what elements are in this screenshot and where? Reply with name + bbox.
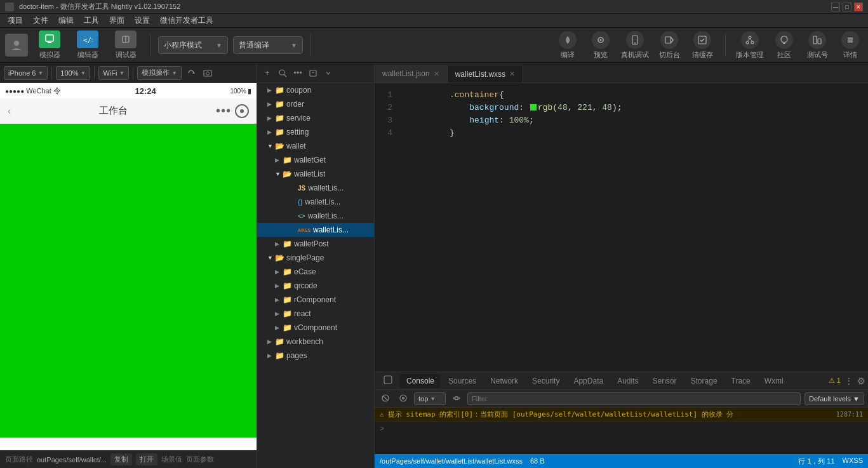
folder-icon: 📁	[283, 239, 292, 248]
compile-dropdown[interactable]: 普通编译 ▼	[233, 36, 303, 54]
devtools-tab-icon[interactable]	[377, 373, 399, 389]
devtools-tab-wxml[interactable]: Wxml	[758, 374, 790, 388]
block-icon[interactable]	[396, 392, 410, 405]
user-avatar[interactable]	[5, 34, 28, 57]
expand-tree-button[interactable]	[322, 67, 335, 79]
console-filter-input[interactable]	[467, 392, 801, 405]
menu-view[interactable]: 界面	[104, 14, 130, 27]
tree-item-walletGet[interactable]: ▶ 📁 walletGet	[257, 153, 374, 167]
svg-point-0	[14, 41, 19, 46]
record-icon[interactable]	[235, 104, 249, 118]
save-button[interactable]: 清缓存	[690, 31, 715, 60]
simulator-button[interactable]: 模拟器	[33, 30, 66, 60]
detail-button[interactable]: 详情	[838, 31, 863, 60]
tree-item-walletList-wxss[interactable]: wxss walletLis...	[257, 223, 374, 237]
tree-item-coupon[interactable]: ▶ 📁 coupon	[257, 83, 374, 97]
tree-item-order[interactable]: ▶ 📁 order	[257, 97, 374, 111]
devtools-filter-icon[interactable]: ⋮	[845, 376, 853, 386]
tree-item-wallet[interactable]: ▼ 📂 wallet	[257, 139, 374, 153]
walletPost-arrow: ▶	[275, 241, 281, 247]
tree-item-vComponent[interactable]: ▶ 📁 vComponent	[257, 321, 374, 335]
devtools-tab-storage[interactable]: Storage	[684, 374, 724, 388]
devtools-tab-trace[interactable]: Trace	[725, 374, 757, 388]
tree-item-singlePage[interactable]: ▼ 📂 singlePage	[257, 251, 374, 265]
devtools-tab-network[interactable]: Network	[484, 374, 524, 388]
version-button[interactable]: 版本管理	[736, 31, 764, 60]
devtools-settings-icon[interactable]: ⚙	[857, 376, 865, 386]
eye-icon[interactable]	[450, 392, 464, 405]
tab-walletList-json[interactable]: walletList.json ✕	[375, 65, 448, 83]
test-button[interactable]: 测试号	[805, 31, 830, 60]
menu-project[interactable]: 项目	[3, 14, 28, 27]
console-input[interactable]	[388, 424, 863, 433]
menu-edit[interactable]: 编辑	[53, 14, 79, 27]
mode-dropdown[interactable]: 小程序模式 ▼	[158, 36, 228, 54]
zoom-arrow: ▼	[81, 70, 86, 76]
walletList-wxss-label: walletLis...	[313, 225, 349, 234]
wxss-icon: wxss	[298, 227, 310, 233]
maximize-button[interactable]: □	[843, 3, 851, 11]
more-options-button[interactable]: •••	[291, 67, 304, 79]
cut-back-button[interactable]: 切后台	[657, 31, 682, 60]
tree-item-walletList-wxml[interactable]: <> walletLis...	[257, 209, 374, 223]
tree-item-walletList-json[interactable]: {} walletLis...	[257, 195, 374, 209]
add-file-button[interactable]: +	[261, 67, 274, 79]
tree-item-walletList[interactable]: ▼ 📂 walletList	[257, 167, 374, 181]
copy-button[interactable]: 复制	[110, 453, 132, 465]
tree-item-walletPost[interactable]: ▶ 📁 walletPost	[257, 237, 374, 251]
operation-selector[interactable]: 模拟操作 ▼	[137, 66, 182, 80]
collapse-tree-button[interactable]	[307, 67, 319, 79]
zoom-selector[interactable]: 100% ▼	[56, 66, 90, 80]
tab-walletList-wxss[interactable]: walletList.wxss ✕	[448, 65, 523, 83]
svg-point-35	[402, 397, 404, 399]
menu-wechat-devtools[interactable]: 微信开发者工具	[155, 14, 218, 27]
menu-tools[interactable]: 工具	[79, 14, 104, 27]
tree-item-walletList-js[interactable]: JS walletLis...	[257, 181, 374, 195]
devtools-tab-appdata[interactable]: AppData	[567, 374, 610, 388]
tree-item-pages[interactable]: ▶ 📁 pages	[257, 349, 374, 363]
devtools-tab-audits[interactable]: Audits	[611, 374, 644, 388]
rotate-icon[interactable]	[184, 66, 198, 80]
close-button[interactable]: ✕	[854, 3, 863, 11]
editor-tab-bar: walletList.json ✕ walletList.wxss ✕	[375, 63, 868, 83]
screenshot-icon[interactable]	[201, 66, 215, 80]
tree-item-eCase[interactable]: ▶ 📁 eCase	[257, 265, 374, 279]
tab-wxss-close[interactable]: ✕	[509, 70, 515, 78]
tree-item-service[interactable]: ▶ 📁 service	[257, 111, 374, 125]
network-selector[interactable]: WiFi ▼	[98, 66, 129, 80]
log-level-selector[interactable]: Default levels ▼	[805, 392, 864, 405]
search-tree-button[interactable]	[276, 67, 289, 79]
open-button[interactable]: 打开	[136, 453, 157, 465]
menu-file[interactable]: 文件	[28, 14, 53, 27]
minimize-button[interactable]: —	[831, 3, 840, 11]
devtools-tab-console[interactable]: Console	[400, 374, 441, 388]
line-num-4: 4	[375, 128, 400, 138]
tree-item-setting[interactable]: ▶ 📁 setting	[257, 125, 374, 139]
context-selector[interactable]: top ▼	[414, 392, 446, 405]
devtools-tab-security[interactable]: Security	[526, 374, 566, 388]
editor-label: 编辑器	[77, 50, 98, 60]
tree-item-rComponent[interactable]: ▶ 📁 rComponent	[257, 293, 374, 307]
clear-console-button[interactable]	[378, 392, 392, 405]
code-editor[interactable]: 1 .container{ 2 background: rgb(48, 221,…	[375, 83, 868, 371]
svg-text:</>: </>	[83, 36, 93, 44]
tree-item-react[interactable]: ▶ 📁 react	[257, 307, 374, 321]
compile-button[interactable]: 编译	[555, 31, 580, 60]
editor-button[interactable]: </> 编辑器	[71, 30, 104, 60]
version-icon	[741, 31, 759, 49]
real-device-button[interactable]: 真机调试	[621, 31, 649, 60]
community-button[interactable]: 社区	[771, 31, 797, 60]
singlePage-label: singlePage	[286, 253, 324, 262]
preview-button[interactable]: 预览	[588, 31, 613, 60]
nav-dots[interactable]: •••	[216, 104, 231, 118]
menu-settings[interactable]: 设置	[130, 14, 155, 27]
device-selector[interactable]: iPhone 6 ▼	[4, 66, 48, 80]
svg-point-17	[781, 36, 787, 43]
tree-item-qrcode[interactable]: ▶ 📁 qrcode	[257, 279, 374, 293]
devtools-tab-sources[interactable]: Sources	[442, 374, 483, 388]
devtools-tab-sensor[interactable]: Sensor	[646, 374, 683, 388]
tree-item-workbench[interactable]: ▶ 📁 workbench	[257, 335, 374, 349]
svg-rect-2	[48, 42, 51, 43]
debugger-button[interactable]: 调试器	[109, 30, 142, 60]
tab-json-close[interactable]: ✕	[434, 70, 439, 78]
